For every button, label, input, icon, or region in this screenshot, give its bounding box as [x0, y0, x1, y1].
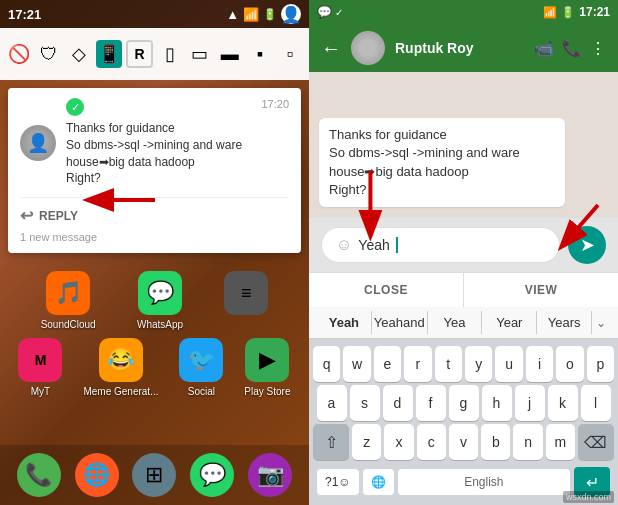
profile-icon: 👤: [281, 4, 301, 24]
key-k[interactable]: k: [548, 385, 578, 421]
contact-avatar: [351, 31, 385, 65]
space-key[interactable]: English: [398, 469, 570, 495]
key-c[interactable]: c: [417, 424, 446, 460]
whatsapp-label: WhatsApp: [137, 319, 183, 330]
phone-call-icon[interactable]: 📞: [562, 39, 582, 58]
chat-dock-icon[interactable]: 💬: [190, 453, 234, 497]
social-icon[interactable]: 🐦 Social: [179, 338, 223, 397]
suggestion-yeah[interactable]: Yeah: [317, 311, 372, 334]
key-x[interactable]: x: [384, 424, 413, 460]
wifi-icon: ▲: [226, 7, 239, 22]
time-left: 17:21: [8, 7, 41, 22]
key-u[interactable]: u: [495, 346, 522, 382]
view-button[interactable]: VIEW: [464, 273, 618, 307]
reply-input-field[interactable]: ☺ Yeah: [321, 227, 560, 263]
close-button[interactable]: CLOSE: [309, 273, 464, 307]
key-r[interactable]: r: [404, 346, 431, 382]
wa-icon-small: 💬: [317, 5, 332, 19]
key-p[interactable]: p: [587, 346, 614, 382]
key-s[interactable]: s: [350, 385, 380, 421]
qs-icon-5[interactable]: ▯: [157, 40, 183, 68]
qs-icon-2[interactable]: 🛡: [36, 40, 62, 68]
notif-app-row: ✓: [66, 98, 289, 116]
phone-dock-icon[interactable]: 📞: [17, 453, 61, 497]
notification-card: 17:20 👤 ✓ Thanks for guidance So dbms->s…: [8, 88, 301, 253]
notif-count: 1 new message: [20, 231, 289, 243]
message-text: Thanks for guidanceSo dbms->sql ->mining…: [329, 127, 520, 197]
wa-header: ← Ruptuk Roy 📹 📞 ⋮: [309, 24, 618, 72]
emoji-icon[interactable]: ☺: [336, 236, 352, 254]
suggestion-year[interactable]: Year: [482, 311, 537, 334]
battery-icon: 🔋: [263, 8, 277, 21]
apps-dock-icon[interactable]: ⊞: [132, 453, 176, 497]
key-b[interactable]: b: [481, 424, 510, 460]
notif-content: ✓ Thanks for guidance So dbms->sql ->min…: [66, 98, 289, 187]
notif-reply[interactable]: ↩ REPLY: [20, 197, 289, 225]
symbols-label: ?1☺: [325, 475, 351, 489]
suggestion-years[interactable]: Years: [537, 311, 592, 334]
key-w[interactable]: w: [343, 346, 370, 382]
key-m[interactable]: m: [546, 424, 575, 460]
status-icons-left: ▲ 📶 🔋 👤: [226, 4, 301, 24]
suggestion-yeahand[interactable]: Yeahand: [372, 311, 428, 334]
reply-arrow-icon: ↩: [20, 206, 33, 225]
key-f[interactable]: f: [416, 385, 446, 421]
key-t[interactable]: t: [435, 346, 462, 382]
symbols-key[interactable]: ?1☺: [317, 469, 359, 495]
meme-icon[interactable]: 😂 Meme Generat...: [83, 338, 158, 397]
playstore-icon[interactable]: ▶ Play Store: [244, 338, 290, 397]
key-h[interactable]: h: [482, 385, 512, 421]
key-z[interactable]: z: [352, 424, 381, 460]
qs-icon-1[interactable]: 🚫: [6, 40, 32, 68]
signal-icon: 📶: [243, 7, 259, 22]
camera-dock-icon[interactable]: 📷: [248, 453, 292, 497]
playstore-label: Play Store: [244, 386, 290, 397]
qs-icon-r[interactable]: R: [126, 40, 152, 68]
send-button[interactable]: ➤: [568, 226, 606, 264]
key-y[interactable]: y: [465, 346, 492, 382]
status-bar-left: 17:21 ▲ 📶 🔋 👤: [0, 0, 309, 28]
notif-avatar: 👤: [20, 125, 56, 161]
playstore-img: ▶: [245, 338, 289, 382]
qs-icon-6[interactable]: ▭: [187, 40, 213, 68]
key-g[interactable]: g: [449, 385, 479, 421]
back-icon[interactable]: ←: [321, 37, 341, 60]
globe-key[interactable]: 🌐: [363, 469, 394, 495]
myt-icon[interactable]: M MyT: [18, 338, 62, 397]
social-img: 🐦: [179, 338, 223, 382]
whatsapp-app-icon[interactable]: 💬 WhatsApp: [137, 271, 183, 330]
key-o[interactable]: o: [556, 346, 583, 382]
suggestion-yea[interactable]: Yea: [428, 311, 483, 334]
contact-name: Ruptuk Roy: [395, 40, 474, 56]
backspace-key[interactable]: ⌫: [578, 424, 614, 460]
whatsapp-img: 💬: [138, 271, 182, 315]
time-right: 17:21: [579, 5, 610, 19]
browser-dock-icon[interactable]: 🌐: [75, 453, 119, 497]
key-d[interactable]: d: [383, 385, 413, 421]
key-i[interactable]: i: [526, 346, 553, 382]
key-e[interactable]: e: [374, 346, 401, 382]
key-q[interactable]: q: [313, 346, 340, 382]
qs-icon-3[interactable]: ◇: [66, 40, 92, 68]
reply-button[interactable]: ↩ REPLY: [20, 206, 78, 225]
menu-icon[interactable]: ≡: [224, 271, 268, 330]
keyboard-row-2: a s d f g h j k l: [313, 385, 614, 421]
chevron-down-icon[interactable]: ⌄: [592, 312, 610, 334]
more-icon[interactable]: ⋮: [590, 39, 606, 58]
keyboard-row-1: q w e r t y u i o p: [313, 346, 614, 382]
shift-key[interactable]: ⇧: [313, 424, 349, 460]
contact-avatar-img: [351, 31, 385, 65]
qs-icon-7[interactable]: ▬: [217, 40, 243, 68]
soundcloud-icon[interactable]: 🎵 SoundCloud: [41, 271, 96, 330]
key-j[interactable]: j: [515, 385, 545, 421]
key-a[interactable]: a: [317, 385, 347, 421]
myt-label: MyT: [31, 386, 50, 397]
qs-icon-8[interactable]: ▪: [247, 40, 273, 68]
battery-right: 🔋: [561, 6, 575, 19]
key-v[interactable]: v: [449, 424, 478, 460]
qs-phone-icon[interactable]: 📱: [96, 40, 122, 68]
key-l[interactable]: l: [581, 385, 611, 421]
video-call-icon[interactable]: 📹: [534, 39, 554, 58]
key-n[interactable]: n: [513, 424, 542, 460]
qs-icon-9[interactable]: ▫: [277, 40, 303, 68]
